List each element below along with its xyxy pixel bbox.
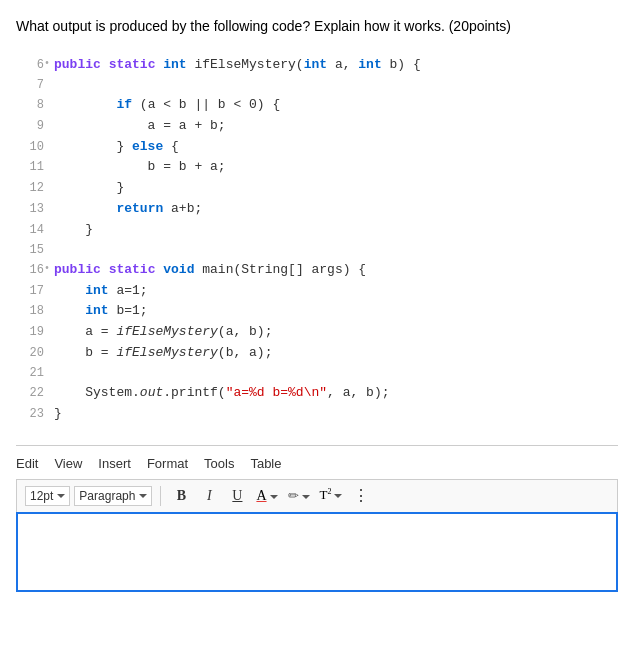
code-text: int a=1; [54, 281, 148, 302]
code-text: System.out.printf("a=%d b=%d\n", a, b); [54, 383, 390, 404]
code-text: return a+b; [54, 199, 202, 220]
highlight-button[interactable]: ✏ [285, 486, 313, 506]
line-number: 11 [16, 158, 44, 177]
code-text: } [54, 404, 62, 425]
code-text: public static int ifElseMystery(int a, i… [54, 55, 421, 76]
code-text: a = a + b; [54, 116, 226, 137]
code-line-18: 18 int b=1; [16, 301, 618, 322]
line-number: 8 [16, 96, 44, 115]
font-color-label: A [256, 488, 266, 504]
code-text: } [54, 220, 93, 241]
chevron-down-icon [300, 488, 310, 504]
line-number: 18 [16, 302, 44, 321]
code-line-13: 13 return a+b; [16, 199, 618, 220]
chevron-down-icon [137, 489, 147, 503]
menu-tools[interactable]: Tools [204, 454, 234, 473]
editor-toolbar: Edit View Insert Format Tools Table 12pt… [16, 445, 618, 592]
code-line-8: 8 if (a < b || b < 0) { [16, 95, 618, 116]
code-line-23: 23 } [16, 404, 618, 425]
code-text: b = ifElseMystery(b, a); [54, 343, 272, 364]
code-text: int b=1; [54, 301, 148, 322]
superscript-label: T2 [320, 487, 332, 503]
code-line-11: 11 b = b + a; [16, 157, 618, 178]
more-options-button[interactable]: ⋮ [349, 484, 373, 508]
line-number: 6• [16, 56, 44, 75]
line-number: 23 [16, 405, 44, 424]
font-color-button[interactable]: A [253, 486, 280, 506]
code-line-22: 22 System.out.printf("a=%d b=%d\n", a, b… [16, 383, 618, 404]
code-line-6: 6• public static int ifElseMystery(int a… [16, 55, 618, 76]
menu-table[interactable]: Table [250, 454, 281, 473]
paragraph-style-select[interactable]: Paragraph [74, 486, 152, 506]
code-block: 6• public static int ifElseMystery(int a… [16, 51, 618, 429]
editor-area[interactable] [16, 512, 618, 592]
line-number: 19 [16, 323, 44, 342]
line-number: 10 [16, 138, 44, 157]
menu-bar: Edit View Insert Format Tools Table [16, 454, 618, 473]
menu-insert[interactable]: Insert [98, 454, 131, 473]
line-number: 15 [16, 241, 44, 260]
code-line-21: 21 [16, 364, 618, 383]
menu-format[interactable]: Format [147, 454, 188, 473]
chevron-down-icon [55, 489, 65, 503]
code-line-19: 19 a = ifElseMystery(a, b); [16, 322, 618, 343]
bold-button[interactable]: B [169, 484, 193, 508]
font-size-value: 12pt [30, 489, 53, 503]
chevron-down-icon [268, 488, 278, 504]
code-text: b = b + a; [54, 157, 226, 178]
line-number: 14 [16, 221, 44, 240]
question-text: What output is produced by the following… [16, 16, 618, 37]
line-number: 12 [16, 179, 44, 198]
code-text: public static void main(String[] args) { [54, 260, 366, 281]
menu-view[interactable]: View [54, 454, 82, 473]
menu-edit[interactable]: Edit [16, 454, 38, 473]
line-number: 20 [16, 344, 44, 363]
paragraph-style-value: Paragraph [79, 489, 135, 503]
font-size-select[interactable]: 12pt [25, 486, 70, 506]
line-number: 22 [16, 384, 44, 403]
code-text: a = ifElseMystery(a, b); [54, 322, 272, 343]
line-number: 21 [16, 364, 44, 383]
code-line-10: 10 } else { [16, 137, 618, 158]
italic-button[interactable]: I [197, 484, 221, 508]
chevron-down-icon [332, 489, 342, 503]
toolbar-divider-1 [160, 486, 161, 506]
code-text: } else { [54, 137, 179, 158]
line-number: 16• [16, 261, 44, 280]
code-line-9: 9 a = a + b; [16, 116, 618, 137]
code-line-14: 14 } [16, 220, 618, 241]
format-toolbar: 12pt Paragraph B I U A ✏ T2 [16, 479, 618, 512]
code-line-12: 12 } [16, 178, 618, 199]
code-line-16: 16• public static void main(String[] arg… [16, 260, 618, 281]
line-number: 13 [16, 200, 44, 219]
code-text: if (a < b || b < 0) { [54, 95, 280, 116]
underline-button[interactable]: U [225, 484, 249, 508]
line-number: 9 [16, 117, 44, 136]
code-line-7: 7 [16, 76, 618, 95]
code-line-20: 20 b = ifElseMystery(b, a); [16, 343, 618, 364]
superscript-button[interactable]: T2 [317, 485, 346, 505]
code-line-15: 15 [16, 241, 618, 260]
pencil-icon: ✏ [288, 488, 299, 503]
code-line-17: 17 int a=1; [16, 281, 618, 302]
line-number: 17 [16, 282, 44, 301]
code-text: } [54, 178, 124, 199]
line-number: 7 [16, 76, 44, 95]
